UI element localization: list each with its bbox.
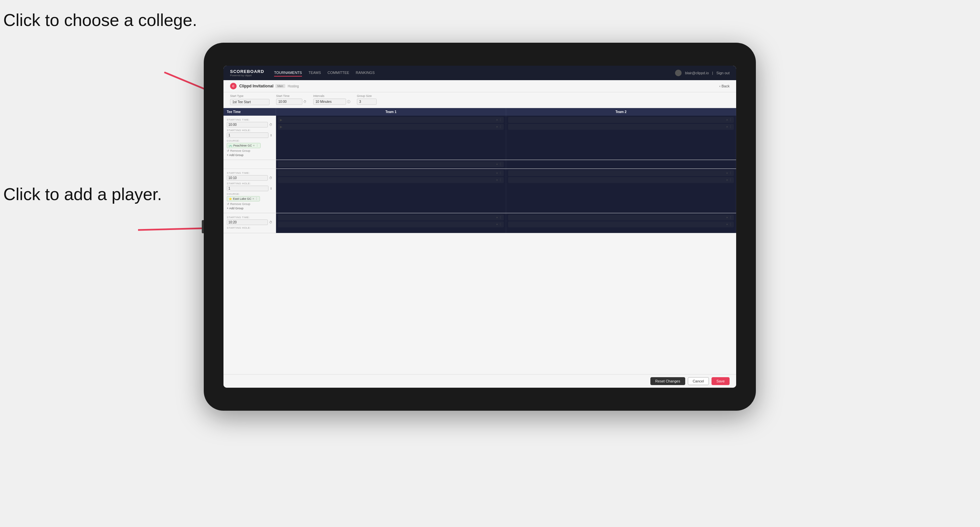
add-group-2[interactable]: + Add Group — [227, 207, 272, 210]
course-tag-1[interactable]: (A) Peachtree GC × ⋮ — [227, 143, 261, 148]
course-tag-2[interactable]: ⭐ East Lake GC × ⋮ — [227, 196, 260, 202]
player-slot-6-1[interactable]: × ⋮ — [508, 214, 734, 221]
start-type-select[interactable]: 1st Tee Start — [230, 99, 269, 105]
table-row-3: STARTING TIME: ⏱ STARTING HOLE: × ⋮ — [223, 213, 736, 233]
slot-x-2-2[interactable]: × — [726, 125, 728, 129]
player-slot-1-2[interactable]: ▶ × ⋮ — [278, 124, 504, 130]
player-slot-6-2[interactable]: × ⋮ — [508, 221, 734, 227]
player-slot-icon-1-1: ▶ — [280, 118, 282, 122]
slot-x-3-1[interactable]: × — [496, 171, 498, 175]
intervals-icon: ⓘ — [347, 100, 350, 104]
player-slot-4-2[interactable]: × ⋮ — [508, 177, 734, 183]
slot-x-3-2[interactable]: × — [496, 178, 498, 182]
player-slot-2-1[interactable]: × ⋮ — [508, 117, 734, 123]
slot-dots-1-1[interactable]: ⋮ — [499, 118, 502, 122]
team2-course-1 — [506, 160, 736, 168]
player-slot-4-1[interactable]: × ⋮ — [508, 170, 734, 176]
header-right: blair@clippd.io | Sign out — [675, 70, 730, 76]
player-slot-5-1[interactable]: × ⋮ — [278, 214, 504, 221]
nav-teams[interactable]: TEAMS — [309, 69, 321, 76]
grid-area[interactable]: Tee Time Team 1 Team 2 STARTING TIME: ⏱ … — [223, 108, 736, 374]
scoreboard-logo: SCOREBOARD Powered by clippd — [230, 69, 264, 77]
nav-committee[interactable]: COMMITTEE — [328, 69, 349, 76]
player-slot-2-2[interactable]: × ⋮ — [508, 124, 734, 130]
back-button[interactable]: ‹ Back — [719, 84, 730, 88]
start-time-input[interactable] — [276, 98, 302, 105]
starting-time-label-3: STARTING TIME: — [227, 216, 272, 219]
slot-x-1-2[interactable]: × — [496, 125, 498, 129]
group-size-select[interactable]: 3 — [357, 98, 377, 105]
group-block-1: STARTING TIME: ⏱ STARTING HOLE: ⇕ COURSE… — [223, 116, 276, 160]
slot-dots-4-2[interactable]: ⋮ — [729, 178, 732, 182]
slot-dots-5-2[interactable]: ⋮ — [499, 223, 502, 226]
slot-dots-2-1[interactable]: ⋮ — [729, 118, 732, 122]
tablet-side-button — [202, 220, 204, 233]
player-slot-3-1[interactable]: × ⋮ — [278, 170, 504, 176]
table-row-2: STARTING TIME: ⏱ STARTING HOLE: ⇕ COURSE… — [223, 169, 736, 213]
slot-dots-3-1[interactable]: ⋮ — [499, 171, 502, 175]
slot-x-6-2[interactable]: × — [726, 223, 728, 226]
course-edit-2[interactable]: ⋮ — [255, 197, 258, 200]
slot-x-5-2[interactable]: × — [496, 223, 498, 226]
save-button[interactable]: Save — [711, 377, 730, 385]
player-slot-3-2[interactable]: × ⋮ — [278, 177, 504, 183]
app-header: SCOREBOARD Powered by clippd TOURNAMENTS… — [223, 66, 736, 80]
course-slot-x-1[interactable]: × — [496, 163, 498, 166]
course-remove-1[interactable]: × — [253, 144, 255, 147]
slot-dots-5-1[interactable]: ⋮ — [499, 216, 502, 219]
tablet-frame: SCOREBOARD Powered by clippd TOURNAMENTS… — [204, 43, 756, 411]
course-label-1: COURSE: — [227, 139, 272, 142]
cancel-button[interactable]: Cancel — [688, 377, 709, 385]
slot-dots-6-1[interactable]: ⋮ — [729, 216, 732, 219]
start-time-label: Start Time — [276, 94, 307, 98]
starting-time-label-1: STARTING TIME: — [227, 118, 272, 121]
table-header: Tee Time Team 1 Team 2 — [223, 108, 736, 116]
slot-x-5-1[interactable]: × — [496, 216, 498, 219]
slot-x-4-2[interactable]: × — [726, 178, 728, 182]
slot-x-4-1[interactable]: × — [726, 171, 728, 175]
course-player-slot-1[interactable]: × ⋮ — [278, 161, 504, 167]
player-slot-1-1[interactable]: ▶ × ⋮ — [278, 117, 504, 123]
main-content: Tee Time Team 1 Team 2 STARTING TIME: ⏱ … — [223, 108, 736, 374]
starting-time-input-1[interactable] — [227, 122, 268, 127]
slot-dots-3-2[interactable]: ⋮ — [499, 178, 502, 182]
event-gender-badge: Men — [275, 84, 285, 88]
hole-spinner-2[interactable]: ⇕ — [270, 187, 272, 190]
slot-x-6-1[interactable]: × — [726, 216, 728, 219]
remove-group-1[interactable]: ↺ Remove Group — [227, 149, 272, 152]
hole-spinner-1[interactable]: ⇕ — [270, 134, 272, 137]
reset-changes-button[interactable]: Reset Changes — [651, 377, 685, 385]
th-tee-time: Tee Time — [223, 108, 276, 116]
slot-x-2-1[interactable]: × — [726, 118, 728, 122]
nav-tournaments[interactable]: TOURNAMENTS — [274, 69, 302, 76]
slot-dots-2-2[interactable]: ⋮ — [729, 125, 732, 129]
slot-dots-4-1[interactable]: ⋮ — [729, 171, 732, 175]
slot-x-1-1[interactable]: × — [496, 118, 498, 122]
starting-time-input-3[interactable] — [227, 219, 268, 225]
scoreboard-title: SCOREBOARD — [230, 69, 264, 74]
sign-out-link[interactable]: Sign out — [716, 71, 730, 75]
player-slot-5-2[interactable]: × ⋮ — [278, 221, 504, 227]
annotation-add-player: Click to add a player. — [3, 184, 162, 204]
intervals-select[interactable]: 10 Minutes — [313, 98, 346, 105]
remove-group-2[interactable]: ↺ Remove Group — [227, 202, 272, 206]
course-name-1: Peachtree GC — [233, 144, 252, 147]
starting-hole-input-1[interactable] — [227, 132, 269, 138]
avatar — [675, 70, 682, 76]
course-slot-dots-1[interactable]: ⋮ — [499, 163, 502, 166]
slot-dots-6-2[interactable]: ⋮ — [729, 223, 732, 226]
group-block-3: STARTING TIME: ⏱ STARTING HOLE: — [223, 213, 276, 233]
nav-bar: TOURNAMENTS TEAMS COMMITTEE RANKINGS — [274, 69, 675, 76]
starting-time-input-2[interactable] — [227, 175, 268, 181]
event-title: Clippd Invitational — [239, 84, 274, 88]
team2-cell-2: × ⋮ × ⋮ — [506, 169, 736, 213]
slot-dots-1-2[interactable]: ⋮ — [499, 125, 502, 129]
nav-rankings[interactable]: RANKINGS — [356, 69, 375, 76]
course-remove-2[interactable]: × — [252, 197, 254, 200]
starting-hole-input-2[interactable] — [227, 186, 269, 191]
time-icon-1: ⏱ — [269, 123, 272, 127]
hosting-badge: Hosting — [288, 84, 299, 88]
tablet-screen: SCOREBOARD Powered by clippd TOURNAMENTS… — [223, 66, 736, 388]
add-group-1[interactable]: + Add Group — [227, 154, 272, 157]
course-edit-1[interactable]: ⋮ — [256, 144, 259, 147]
